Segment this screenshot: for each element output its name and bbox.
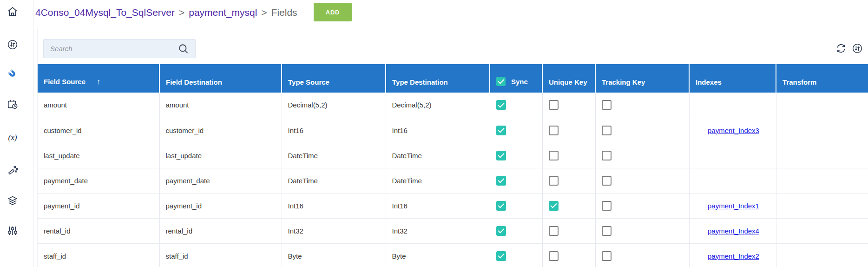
cell-type-source: Int16 [282, 193, 386, 218]
tracking-key-checkbox-cell [595, 118, 689, 143]
layers-icon[interactable] [7, 194, 19, 207]
cell-transform [776, 93, 868, 118]
search-input[interactable] [44, 40, 178, 58]
sync-checkbox[interactable] [496, 201, 506, 211]
indexes-cell [689, 143, 776, 168]
unique-key-checkbox[interactable] [549, 100, 559, 110]
cell-field-destination: payment_date [159, 168, 282, 193]
tracking-key-checkbox-cell [595, 93, 689, 118]
fields-table: Field Source↑ Field Destination Type Sou… [38, 64, 868, 267]
unique-key-checkbox-cell [542, 93, 595, 118]
table-row: amountamountDecimal(5,2)Decimal(5,2) [38, 93, 868, 118]
indexes-cell: payment_Index4 [689, 218, 776, 243]
schedule-icon[interactable] [7, 98, 19, 110]
cell-type-destination: Decimal(5,2) [386, 93, 490, 118]
cell-field-source: customer_id [38, 118, 159, 143]
index-link[interactable]: payment_Index2 [708, 252, 759, 260]
sync-checkbox-cell [490, 218, 542, 243]
cell-transform [776, 168, 868, 193]
tracking-key-checkbox-cell [595, 218, 689, 243]
unique-key-checkbox-cell [542, 218, 595, 243]
functions-icon[interactable]: (x) [7, 132, 19, 144]
unique-key-checkbox[interactable] [549, 176, 559, 186]
cell-type-source: Int16 [282, 118, 386, 143]
index-link[interactable]: payment_Index4 [708, 227, 759, 235]
cell-type-source: Byte [282, 243, 386, 267]
indexes-cell [689, 93, 776, 118]
tracking-key-checkbox[interactable] [602, 201, 612, 211]
column-header-sync[interactable]: Sync [490, 64, 542, 93]
column-header-type-source[interactable]: Type Source [282, 64, 386, 93]
table-row: payment_datepayment_dateDateTimeDateTime [38, 168, 868, 193]
search-icon[interactable] [178, 43, 190, 55]
magic-wand-icon[interactable] [7, 164, 19, 176]
cell-type-source: Int32 [282, 218, 386, 243]
column-header-unique-key[interactable]: Unique Key [542, 64, 595, 93]
table-row: customer_idcustomer_idInt16Int16payment_… [38, 118, 868, 143]
import-export-icon[interactable] [851, 42, 863, 54]
index-link[interactable]: payment_Index1 [708, 202, 759, 210]
sync-checkbox[interactable] [496, 100, 506, 110]
unique-key-checkbox[interactable] [549, 126, 559, 135]
column-header-field-destination[interactable]: Field Destination [159, 64, 282, 93]
tracking-key-checkbox[interactable] [602, 251, 612, 261]
breadcrumb-table-link[interactable]: payment_mysql [189, 7, 257, 18]
refresh-icon[interactable] [835, 42, 847, 54]
sync-checkbox[interactable] [496, 151, 506, 160]
cell-field-source: staff_id [38, 243, 159, 267]
unique-key-checkbox[interactable] [549, 226, 559, 236]
sync-checkbox[interactable] [496, 126, 506, 135]
magnet-icon[interactable] [7, 68, 19, 80]
cell-transform [776, 218, 868, 243]
cell-type-destination: Int16 [386, 193, 490, 218]
breadcrumb-project-link[interactable]: 4Conso_04Mysql_To_SqlServer [35, 7, 175, 18]
add-button[interactable]: ADD [314, 3, 352, 21]
column-header-field-source[interactable]: Field Source↑ [38, 64, 159, 93]
tracking-key-checkbox[interactable] [602, 151, 612, 160]
sync-checkbox-cell [490, 168, 542, 193]
table-header-row: Field Source↑ Field Destination Type Sou… [38, 64, 868, 93]
cell-field-source: amount [38, 93, 159, 118]
sync-circle-icon[interactable] [7, 39, 19, 51]
cell-type-source: DateTime [282, 143, 386, 168]
unique-key-checkbox-cell [542, 143, 595, 168]
home-icon[interactable] [7, 6, 19, 18]
cell-type-destination: DateTime [386, 143, 490, 168]
cell-transform [776, 143, 868, 168]
cell-field-source: rental_id [38, 218, 159, 243]
cell-field-destination: rental_id [159, 218, 282, 243]
indexes-cell [689, 168, 776, 193]
index-link[interactable]: payment_Index3 [708, 127, 759, 134]
sync-checkbox-cell [490, 118, 542, 143]
tracking-key-checkbox-cell [595, 243, 689, 267]
sync-checkbox[interactable] [496, 251, 506, 261]
unique-key-checkbox[interactable] [549, 201, 559, 211]
cell-field-source: payment_id [38, 193, 159, 218]
column-header-transform[interactable]: Transform [776, 64, 868, 93]
sync-all-checkbox[interactable] [496, 77, 506, 86]
indexes-cell: payment_Index1 [689, 193, 776, 218]
cell-field-destination: staff_id [159, 243, 282, 267]
tune-icon[interactable] [7, 225, 19, 237]
cell-field-destination: customer_id [159, 118, 282, 143]
tracking-key-checkbox[interactable] [602, 100, 612, 110]
tracking-key-checkbox[interactable] [602, 176, 612, 186]
sync-checkbox-cell [490, 193, 542, 218]
unique-key-checkbox[interactable] [549, 251, 559, 261]
sync-checkbox[interactable] [496, 176, 506, 186]
cell-transform [776, 193, 868, 218]
column-header-tracking-key[interactable]: Tracking Key [595, 64, 689, 93]
sync-checkbox-cell [490, 143, 542, 168]
cell-type-source: Decimal(5,2) [282, 93, 386, 118]
column-header-indexes[interactable]: Indexes [689, 64, 776, 93]
sync-checkbox[interactable] [496, 226, 506, 236]
unique-key-checkbox[interactable] [549, 151, 559, 160]
tracking-key-checkbox-cell [595, 143, 689, 168]
tracking-key-checkbox[interactable] [602, 226, 612, 236]
tracking-key-checkbox[interactable] [602, 126, 612, 135]
indexes-cell: payment_Index2 [689, 243, 776, 267]
cell-field-source: last_update [38, 143, 159, 168]
sync-checkbox-cell [490, 243, 542, 267]
cell-transform [776, 243, 868, 267]
column-header-type-destination[interactable]: Type Destination [386, 64, 490, 93]
